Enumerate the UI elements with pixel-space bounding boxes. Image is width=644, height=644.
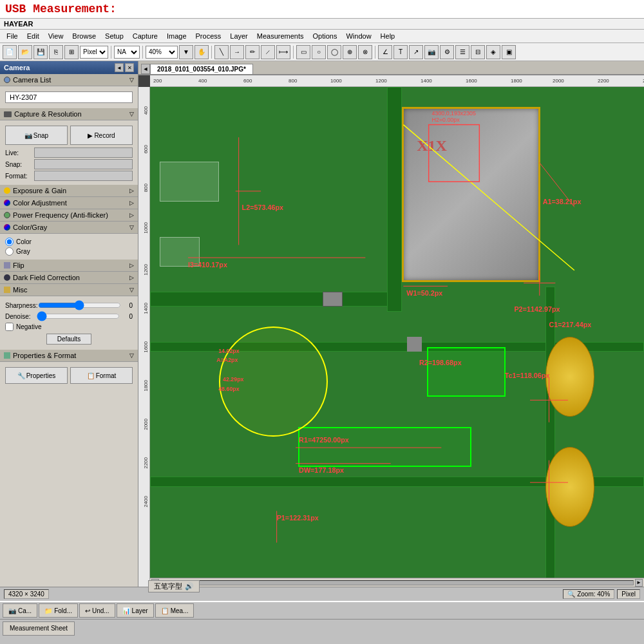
menu-image[interactable]: Image bbox=[163, 31, 191, 41]
tab-scroll-left[interactable]: ◄ bbox=[141, 64, 150, 74]
menu-capture[interactable]: Capture bbox=[129, 31, 162, 41]
toolbar-crosshair[interactable]: ⊕ bbox=[343, 45, 357, 59]
camera-item[interactable]: HY-2307 bbox=[5, 91, 133, 103]
measurement-sheet-tab[interactable]: Measurement Sheet bbox=[3, 621, 75, 636]
svg-text:H2=0.00px: H2=0.00px bbox=[432, 117, 460, 123]
svg-text:L2=573.46px: L2=573.46px bbox=[242, 204, 284, 211]
mea-task-icon: 📋 bbox=[161, 607, 169, 614]
svg-text:2200: 2200 bbox=[143, 457, 149, 468]
toolbar-fit[interactable]: ⊟ bbox=[471, 45, 485, 59]
toolbar-poly[interactable]: ⟋ bbox=[261, 45, 275, 59]
pixel-select[interactable]: Pixel bbox=[80, 46, 108, 59]
mea-task-label: Mea... bbox=[171, 607, 189, 614]
menu-window[interactable]: Window bbox=[342, 31, 375, 41]
menu-browse[interactable]: Browse bbox=[68, 31, 100, 41]
format-button[interactable]: 📋 Format bbox=[70, 367, 133, 384]
sharpness-slider[interactable] bbox=[38, 301, 121, 310]
menu-view[interactable]: View bbox=[44, 31, 68, 41]
toolbar-export[interactable]: ↗ bbox=[409, 45, 423, 59]
taskbar-mea[interactable]: 📋 Mea... bbox=[155, 603, 194, 618]
toolbar-cal[interactable]: 📷 bbox=[424, 45, 439, 59]
toolbar-arrow[interactable]: → bbox=[230, 45, 244, 59]
toolbar-measure[interactable]: ⟼ bbox=[276, 45, 290, 59]
tab-bar: ◄ 2018_0101_003554_010.JPG* bbox=[138, 61, 644, 75]
properties-label: Properties bbox=[26, 372, 56, 379]
toolbar-extra1[interactable]: ◈ bbox=[486, 45, 500, 59]
toolbar-rect[interactable]: ▭ bbox=[296, 45, 310, 59]
misc-icon bbox=[4, 287, 10, 293]
menu-process[interactable]: Process bbox=[192, 31, 225, 41]
panel-collapse-btn[interactable]: ◄ bbox=[115, 63, 124, 72]
flip-header[interactable]: Flip ▷ bbox=[0, 260, 138, 272]
props-header[interactable]: Properties & Format ▽ bbox=[0, 350, 138, 362]
svg-text:800: 800 bbox=[143, 183, 149, 192]
power-freq-header[interactable]: Power Frequency (Anti-flicker) ▷ bbox=[0, 209, 138, 222]
props-btn-icon: 🔧 bbox=[17, 372, 25, 379]
svg-text:400: 400 bbox=[143, 106, 149, 115]
menu-setup[interactable]: Setup bbox=[101, 31, 128, 41]
toolbar-zoom-btn[interactable]: ▼ bbox=[179, 45, 193, 59]
layer-task-icon: 📊 bbox=[122, 607, 130, 614]
toolbar-angle[interactable]: ∠ bbox=[378, 45, 392, 59]
menu-edit[interactable]: Edit bbox=[23, 31, 43, 41]
toolbar-grid[interactable]: ⊞ bbox=[64, 45, 79, 59]
denoise-slider[interactable] bbox=[37, 312, 120, 321]
toolbar-ellipse[interactable]: ◯ bbox=[327, 45, 341, 59]
color-radio[interactable] bbox=[5, 238, 14, 246]
image-tab[interactable]: 2018_0101_003554_010.JPG* bbox=[150, 64, 253, 74]
menu-layer[interactable]: Layer bbox=[226, 31, 252, 41]
toolbar-copy[interactable]: ⎘ bbox=[49, 45, 63, 59]
toolbar-hand[interactable]: ✋ bbox=[194, 45, 209, 59]
taskbar-undo[interactable]: ↩ Und... bbox=[79, 603, 115, 618]
taskbar-folder[interactable]: 📁 Fold... bbox=[39, 603, 78, 618]
color-adj-header[interactable]: Color Adjustment ▷ bbox=[0, 197, 138, 209]
record-button[interactable]: ▶ Record bbox=[70, 126, 133, 145]
menu-file[interactable]: File bbox=[3, 31, 22, 41]
menu-measurements[interactable]: Measurements bbox=[253, 31, 308, 41]
dark-field-header[interactable]: Dark Field Correction ▷ bbox=[0, 272, 138, 284]
camera-task-icon: 📷 bbox=[8, 607, 16, 614]
app-name: HAYEAR bbox=[4, 20, 33, 28]
capture-header[interactable]: Capture & Resolution ▽ bbox=[0, 108, 138, 120]
gray-radio-row: Gray bbox=[5, 247, 133, 256]
ruler-top-svg: 200 400 600 800 1000 1200 1400 1600 1800… bbox=[150, 75, 644, 86]
na-select[interactable]: NA bbox=[114, 46, 140, 59]
gray-radio[interactable] bbox=[5, 247, 14, 256]
panel-close-btn[interactable]: ✕ bbox=[125, 63, 134, 72]
negative-checkbox[interactable] bbox=[5, 323, 14, 331]
defaults-button[interactable]: Defaults bbox=[46, 334, 92, 345]
zoom-select[interactable]: 40% bbox=[146, 46, 178, 59]
toolbar-pen[interactable]: ✏ bbox=[245, 45, 260, 59]
camera-list-label: Camera List bbox=[13, 76, 51, 84]
toolbar-new[interactable]: 📄 bbox=[3, 45, 17, 59]
toolbar-node[interactable]: ⊗ bbox=[358, 45, 372, 59]
color-radio-row: Color bbox=[5, 238, 133, 246]
live-input[interactable] bbox=[34, 147, 133, 158]
misc-header[interactable]: Misc ▽ bbox=[0, 284, 138, 296]
taskbar-layer[interactable]: 📊 Layer bbox=[117, 603, 154, 618]
misc-arrow: ▽ bbox=[129, 287, 134, 293]
format-input[interactable] bbox=[34, 171, 133, 181]
properties-button[interactable]: 🔧 Properties bbox=[5, 367, 68, 384]
power-freq-label: Power Frequency (Anti-flicker) bbox=[13, 211, 108, 219]
scroll-right-btn[interactable]: ► bbox=[635, 579, 643, 587]
toolbar-circle[interactable]: ○ bbox=[312, 45, 326, 59]
color-gray-header[interactable]: Color/Gray ▽ bbox=[0, 222, 138, 234]
toolbar-layers[interactable]: ☰ bbox=[455, 45, 469, 59]
snap-label: Snap bbox=[33, 132, 48, 139]
snap-button[interactable]: 📷 Snap bbox=[5, 126, 68, 145]
snap-input[interactable] bbox=[34, 159, 133, 169]
toolbar-open[interactable]: 📂 bbox=[18, 45, 32, 59]
panel-header: Camera ◄ ✕ bbox=[0, 61, 138, 74]
exposure-header[interactable]: Exposure & Gain ▷ bbox=[0, 185, 138, 197]
toolbar-line[interactable]: ╲ bbox=[214, 45, 229, 59]
toolbar-extra2[interactable]: ▣ bbox=[502, 45, 516, 59]
toolbar-save[interactable]: 💾 bbox=[33, 45, 48, 59]
taskbar-camera[interactable]: 📷 Ca... bbox=[3, 603, 37, 618]
camera-list-header[interactable]: Camera List ▽ bbox=[0, 74, 138, 86]
toolbar-settings[interactable]: ⚙ bbox=[440, 45, 454, 59]
menu-help[interactable]: Help bbox=[377, 31, 399, 41]
scroll-track[interactable] bbox=[160, 580, 634, 585]
toolbar-text[interactable]: T bbox=[393, 45, 408, 59]
menu-options[interactable]: Options bbox=[309, 31, 341, 41]
